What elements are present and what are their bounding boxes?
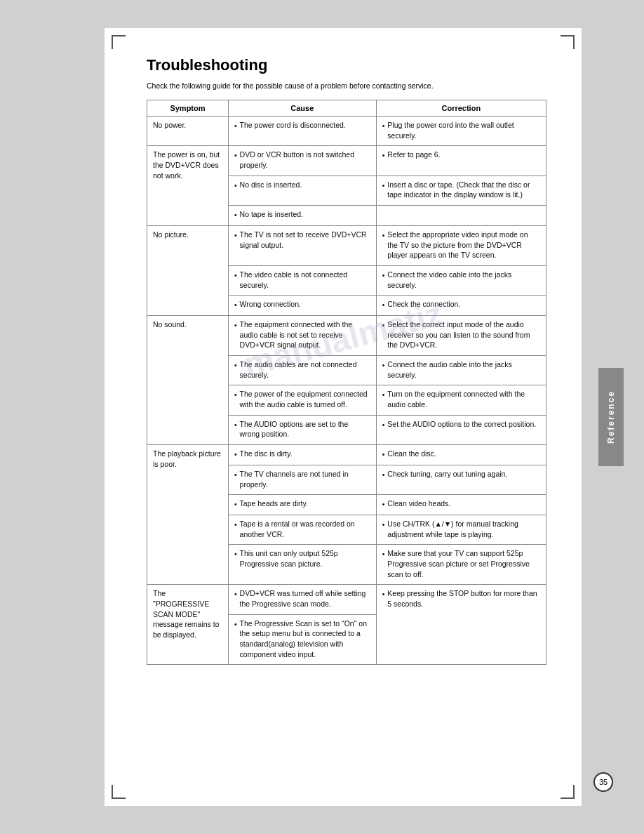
table-row: The playback picture is poor.•The disc i… (147, 445, 546, 465)
cause-text: No tape is inserted. (240, 209, 303, 220)
table-row: No sound.•The equipment connected with t… (147, 315, 546, 355)
cause-text: Tape heads are dirty. (240, 498, 308, 510)
correction-cell: •Check tuning, carry out tuning again. (376, 465, 546, 494)
corner-mark-tl (112, 35, 126, 49)
symptom-cell: No power. (147, 117, 229, 146)
bullet-dot: • (234, 150, 237, 170)
cause-text: The Progressive Scan is set to "On" on t… (240, 618, 370, 660)
bullet-dot: • (234, 121, 237, 131)
side-tab-label: Reference (606, 390, 616, 444)
bullet-dot: • (234, 230, 237, 250)
bullet-dot: • (234, 549, 237, 569)
page-title: Troubleshooting (147, 56, 546, 74)
bullet-dot: • (234, 320, 237, 350)
bullet-dot: • (234, 270, 237, 290)
cause-text: DVD or VCR button is not switched proper… (240, 150, 370, 170)
cause-cell: •Wrong connection. (228, 296, 376, 316)
col-header-cause: Cause (228, 100, 376, 117)
cause-cell: •The video cable is not connected secure… (228, 265, 376, 295)
bullet-dot: • (234, 449, 237, 460)
correction-cell: •Set the AUDIO options to the correct po… (376, 415, 546, 444)
table-row: The power is on, but the DVD+VCR does no… (147, 146, 546, 176)
correction-cell: •Make sure that your TV can support 525p… (376, 545, 546, 585)
cause-cell: •Tape is a rental or was recorded on ano… (228, 515, 376, 544)
bullet-dot: • (234, 499, 237, 510)
bullet-dot: • (234, 180, 237, 191)
col-header-symptom: Symptom (147, 100, 229, 117)
correction-cell: •Plug the power cord into the wall outle… (376, 117, 546, 146)
correction-cell: •Turn on the equipment connected with th… (376, 385, 546, 415)
cause-text: This unit can only output 525p Progressi… (240, 548, 370, 569)
cause-cell: •This unit can only output 525p Progress… (228, 545, 376, 585)
bullet-dot: • (234, 360, 237, 380)
correction-cell: •Select the correct input mode of the au… (376, 315, 546, 355)
bullet-dot: • (234, 300, 237, 310)
bullet-dot: • (234, 210, 237, 220)
table-row: No power.•The power cord is disconnected… (147, 117, 546, 146)
correction-cell (376, 206, 546, 226)
correction-cell: •Keep pressing the STOP button for more … (376, 585, 546, 665)
correction-cell: •Select the appropriate video input mode… (376, 225, 546, 265)
cause-cell: •The power cord is disconnected. (228, 117, 376, 146)
cause-text: The power cord is disconnected. (240, 120, 346, 131)
page-number: 35 (593, 772, 613, 792)
cause-text: The video cable is not connected securel… (240, 270, 370, 290)
corner-mark-tr (561, 35, 575, 49)
correction-cell: •Use CH/TRK (▲/▼) for manual tracking ad… (376, 515, 546, 544)
cause-cell: •The Progressive Scan is set to "On" on … (228, 614, 376, 665)
corner-mark-br (561, 785, 575, 799)
bullet-dot: • (234, 470, 237, 489)
page: manualmatiz Troubleshooting Check the fo… (105, 28, 582, 806)
cause-cell: •The TV channels are not tuned in proper… (228, 465, 376, 494)
cause-text: DVD+VCR was turned off while setting the… (240, 588, 370, 609)
cause-cell: •The AUDIO options are set to the wrong … (228, 415, 376, 444)
bullet-dot: • (234, 619, 237, 660)
corner-mark-bl (112, 785, 126, 799)
cause-cell: •The TV is not set to receive DVD+VCR si… (228, 225, 376, 265)
cause-cell: •The disc is dirty. (228, 445, 376, 465)
cause-text: The audio cables are not connected secur… (240, 359, 370, 380)
table-row: The "PROGRESSIVE SCAN MODE" message rema… (147, 585, 546, 614)
cause-text: The AUDIO options are set to the wrong p… (240, 419, 370, 439)
bullet-dot: • (234, 589, 237, 609)
cause-cell: •DVD+VCR was turned off while setting th… (228, 585, 376, 614)
troubleshoot-table: Symptom Cause Correction No power.•The p… (147, 100, 546, 665)
table-row: No picture.•The TV is not set to receive… (147, 225, 546, 265)
bullet-dot: • (234, 519, 237, 539)
symptom-cell: The "PROGRESSIVE SCAN MODE" message rema… (147, 585, 229, 665)
cause-cell: •The equipment connected with the audio … (228, 315, 376, 355)
symptom-cell: No sound. (147, 315, 229, 444)
correction-cell: •Clean video heads. (376, 495, 546, 515)
cause-text: The TV channels are not tuned in properl… (240, 469, 370, 489)
cause-cell: •The power of the equipment connected wi… (228, 385, 376, 415)
symptom-cell: The power is on, but the DVD+VCR does no… (147, 146, 229, 225)
cause-cell: •No disc is inserted. (228, 176, 376, 205)
correction-cell: •Connect the audio cable into the jacks … (376, 356, 546, 385)
side-tab: Reference (598, 368, 624, 466)
cause-text: The power of the equipment connected wit… (240, 389, 370, 409)
symptom-cell: No picture. (147, 225, 229, 315)
cause-text: No disc is inserted. (240, 180, 302, 191)
cause-text: The equipment connected with the audio c… (240, 319, 370, 350)
bullet-dot: • (234, 390, 237, 409)
symptom-cell: The playback picture is poor. (147, 445, 229, 585)
cause-text: The disc is dirty. (240, 449, 293, 460)
correction-cell: •Clean the disc. (376, 445, 546, 465)
correction-cell: •Refer to page 6. (376, 146, 546, 176)
cause-cell: •Tape heads are dirty. (228, 495, 376, 515)
correction-cell: •Insert a disc or tape. (Check that the … (376, 176, 546, 205)
cause-cell: •No tape is inserted. (228, 206, 376, 226)
cause-text: The TV is not set to receive DVD+VCR sig… (240, 230, 370, 250)
cause-cell: •DVD or VCR button is not switched prope… (228, 146, 376, 176)
cause-text: Wrong connection. (240, 299, 301, 310)
col-header-correction: Correction (376, 100, 546, 117)
correction-cell: •Check the connection. (376, 296, 546, 316)
correction-cell: •Connect the video cable into the jacks … (376, 265, 546, 295)
cause-text: Tape is a rental or was recorded on anot… (240, 519, 370, 539)
page-subtitle: Check the following guide for the possib… (147, 81, 546, 90)
cause-cell: •The audio cables are not connected secu… (228, 356, 376, 385)
bullet-dot: • (234, 420, 237, 439)
